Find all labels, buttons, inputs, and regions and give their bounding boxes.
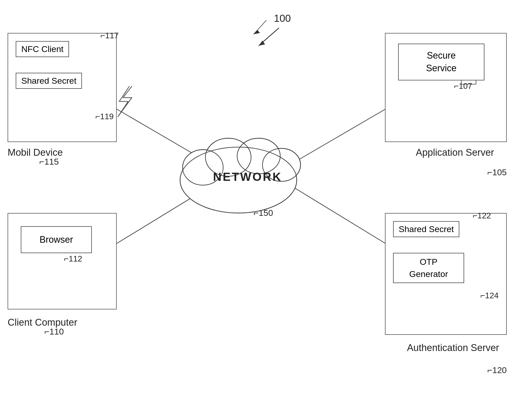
client-computer-box: Browser ⌐112 xyxy=(8,213,117,309)
secure-service-label: SecureService xyxy=(426,50,456,73)
auth-120-ref: ⌐120 xyxy=(487,365,507,375)
client-110-ref: ⌐110 xyxy=(44,327,64,337)
svg-point-19 xyxy=(237,138,280,174)
shared-secret-auth-box: Shared Secret xyxy=(393,221,459,237)
shared-secret-auth-label: Shared Secret xyxy=(399,224,454,234)
network-100-ref: 100 xyxy=(274,13,291,24)
nfc-client-label: NFC Client xyxy=(21,44,63,54)
auth-124-ref: ⌐124 xyxy=(480,291,499,300)
mobile-115-ref: ⌐115 xyxy=(39,157,59,167)
mobile-device-box: ⌐117 NFC Client Shared Secret ⌐119 xyxy=(8,33,117,142)
app-server-label: Application Server xyxy=(416,147,494,158)
auth-server-label: Authentication Server xyxy=(407,342,499,353)
svg-marker-1 xyxy=(259,41,265,46)
mobile-117-ref: ⌐117 xyxy=(100,31,119,40)
client-112-ref: ⌐112 xyxy=(64,254,92,264)
svg-line-0 xyxy=(259,28,279,46)
svg-line-4 xyxy=(117,188,208,243)
network-150-ref: ⌐150 xyxy=(254,208,273,218)
diagram-container: 100 ⌐117 NFC Client Shared Secret ⌐119 M… xyxy=(0,0,527,420)
auth-server-box: ⌐122 Shared Secret OTPGenerator ⌐124 xyxy=(385,213,507,335)
network-label: NETWORK xyxy=(213,170,282,184)
shared-secret-mobile-box: Shared Secret xyxy=(16,73,82,89)
mobile-device-label: Mobil Device xyxy=(8,147,63,158)
svg-point-14 xyxy=(238,139,280,173)
mobile-119-ref: ⌐119 xyxy=(95,112,114,121)
app-server-box: SecureService ⌐107 xyxy=(385,33,507,142)
svg-point-9 xyxy=(237,138,280,174)
svg-line-21 xyxy=(254,20,266,34)
browser-label: Browser xyxy=(40,234,73,245)
client-computer-label: Client Computer xyxy=(8,317,77,328)
svg-marker-22 xyxy=(254,30,260,34)
otp-generator-box: OTPGenerator xyxy=(393,253,464,283)
app-105-ref: ⌐105 xyxy=(487,167,507,177)
browser-box: Browser xyxy=(21,226,92,253)
svg-line-2 xyxy=(117,109,208,162)
otp-generator-label: OTPGenerator xyxy=(409,257,448,279)
svg-line-3 xyxy=(294,109,385,162)
nfc-client-box: NFC Client xyxy=(16,41,69,57)
svg-line-5 xyxy=(294,188,385,243)
auth-122-ref: ⌐122 xyxy=(473,211,491,220)
shared-secret-mobile-label: Shared Secret xyxy=(21,76,76,85)
